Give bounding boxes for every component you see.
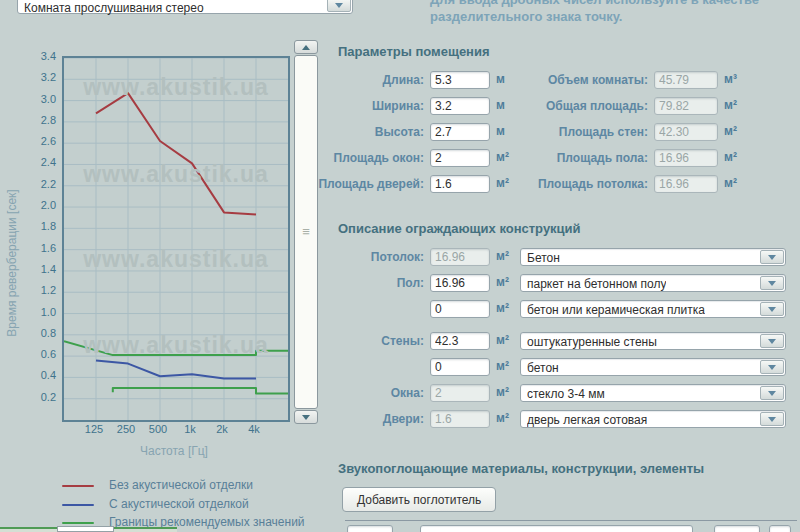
x-tick-label: 125 (77, 423, 111, 435)
room-calc-input (654, 97, 718, 115)
room-calc-label: Площадь потолка: (460, 177, 648, 191)
scroll-up-button[interactable] (294, 40, 318, 54)
y-tick-label: 0.2 (30, 391, 56, 403)
note-line-2: разделительного знака точку. (430, 8, 790, 25)
x-tick-label: 1k (173, 423, 207, 435)
y-axis-title: Время реверберации [сек] (5, 188, 21, 338)
room-calc-label: Объем комнаты: (460, 73, 648, 87)
absorber-table-divider (345, 520, 797, 521)
legend-line-swatch (62, 485, 94, 487)
y-tick-label: 2.8 (30, 114, 56, 126)
legend-label: Без акустической отделки (109, 478, 253, 492)
series-line (96, 360, 256, 378)
x-tick-label: 2k (205, 423, 239, 435)
x-tick-label: 4k (237, 423, 271, 435)
chart-scrollbar[interactable]: ≡ (294, 40, 318, 424)
room-calc-input (654, 123, 718, 141)
section-title-absorbers: Звукопоглощающие материалы, конструкции,… (338, 461, 704, 476)
acoustic-calculator-page: Комната прослушивания стерео Для ввода д… (0, 0, 800, 532)
construction-area-label: Окна: (286, 386, 424, 400)
construction-area-label: Стены: (286, 334, 424, 348)
chevron-down-icon[interactable] (760, 250, 784, 264)
material-select-value: бетон или керамическая плитка (527, 303, 705, 317)
room-param-label: Площадь дверей: (250, 177, 424, 191)
y-tick-label: 0.8 (30, 327, 56, 339)
construction-area-label: Пол: (286, 276, 424, 290)
absorber-partial-field[interactable] (347, 525, 393, 532)
y-tick-label: 3.2 (30, 71, 56, 83)
room-param-label: Площадь окон: (250, 151, 424, 165)
material-select[interactable]: дверь легкая сотовая (520, 410, 786, 428)
y-tick-label: 2.6 (30, 135, 56, 147)
absorber-partial-field[interactable] (714, 525, 760, 532)
material-select[interactable]: паркет на бетонном полу (520, 274, 786, 292)
y-tick-label: 3.4 (30, 50, 56, 62)
material-select[interactable]: бетон (520, 358, 786, 376)
chevron-down-icon[interactable] (760, 412, 784, 426)
unit-label: м² (724, 150, 737, 164)
material-select[interactable]: оштукатуренные стены (520, 332, 786, 350)
room-param-label: Ширина: (250, 99, 424, 113)
room-param-label: Длина: (250, 73, 424, 87)
material-select[interactable]: бетон или керамическая плитка (520, 300, 786, 318)
y-tick-label: 1.4 (30, 263, 56, 275)
triangle-icon (768, 391, 776, 396)
arrow-up-icon (302, 45, 310, 50)
room-calc-input (654, 149, 718, 167)
unit-label: м² (496, 385, 509, 399)
triangle-icon (768, 339, 776, 344)
chevron-down-icon[interactable] (760, 276, 784, 290)
room-param-label: Высота: (250, 125, 424, 139)
chevron-down-icon[interactable] (760, 360, 784, 374)
y-tick-label: 0.6 (30, 348, 56, 360)
construction-area-input[interactable] (430, 300, 490, 318)
material-select-value: стекло 3-4 мм (527, 387, 605, 401)
x-tick-label: 250 (109, 423, 143, 435)
material-select-value: паркет на бетонном полу (527, 277, 666, 291)
scrollbar-grip-icon: ≡ (302, 229, 310, 235)
room-calc-label: Общая площадь: (460, 99, 648, 113)
material-select[interactable]: Бетон (520, 248, 786, 266)
series-line (96, 93, 256, 214)
y-tick-label: 1.6 (30, 242, 56, 254)
chevron-down-icon[interactable] (760, 302, 784, 316)
absorber-partial-button[interactable] (769, 525, 791, 532)
construction-area-input[interactable] (430, 358, 490, 376)
unit-label: м² (496, 359, 509, 373)
construction-area-label: Двери: (286, 412, 424, 426)
chevron-down-icon[interactable] (760, 334, 784, 348)
chevron-down-icon[interactable] (760, 386, 784, 400)
material-select-value: бетон (527, 361, 559, 375)
section-title-room-params: Параметры помещения (338, 44, 490, 59)
chevron-down-icon[interactable] (327, 0, 351, 12)
unit-label: м² (496, 275, 509, 289)
watermark-text: www.akustik.ua (64, 246, 288, 273)
unit-label: м³ (724, 72, 737, 86)
material-select-value: Бетон (527, 251, 560, 265)
absorber-partial-select[interactable] (420, 525, 693, 532)
result-table-cell-edge (57, 526, 114, 532)
y-tick-label: 1.0 (30, 306, 56, 318)
triangle-icon (768, 255, 776, 260)
add-absorber-button[interactable]: Добавить поглотитель (342, 487, 496, 512)
construction-area-input (430, 248, 490, 266)
room-calc-input (654, 175, 718, 193)
material-select[interactable]: стекло 3-4 мм (520, 384, 786, 402)
watermark-text: www.akustik.ua (64, 332, 288, 359)
y-tick-label: 1.2 (30, 284, 56, 296)
unit-label: м² (496, 411, 509, 425)
room-type-select[interactable]: Комната прослушивания стерео (17, 0, 353, 14)
construction-area-input (430, 410, 490, 428)
construction-area-input[interactable] (430, 274, 490, 292)
construction-area-input (430, 384, 490, 402)
unit-label: м² (496, 249, 509, 263)
y-tick-label: 2.2 (30, 178, 56, 190)
y-tick-label: 2.4 (30, 156, 56, 168)
note-line-1: Для ввода дробных чисел используйте в ка… (430, 0, 790, 8)
construction-area-input[interactable] (430, 332, 490, 350)
triangle-icon (768, 417, 776, 422)
unit-label: м² (724, 98, 737, 112)
room-calc-label: Площадь пола: (460, 151, 648, 165)
y-tick-label: 2.0 (30, 199, 56, 211)
material-select-value: дверь легкая сотовая (527, 413, 647, 427)
